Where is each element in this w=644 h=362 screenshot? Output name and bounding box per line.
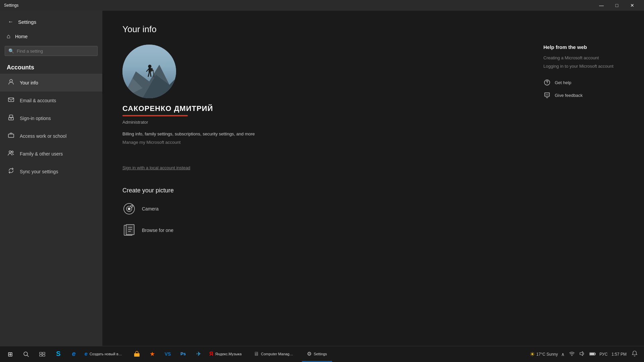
get-help-button[interactable]: Get help (543, 79, 571, 86)
svg-point-41 (572, 355, 572, 356)
svg-rect-39 (43, 355, 45, 356)
svg-point-13 (148, 65, 152, 68)
taskbar-search-button[interactable] (19, 347, 34, 362)
manage-account-link[interactable]: Manage my Microsoft account (122, 140, 180, 145)
browse-icon (122, 224, 136, 237)
sidebar-item-access-work[interactable]: Access work or school (0, 127, 102, 145)
time-display: 1:57 PM (611, 352, 627, 357)
sign-in-local-link[interactable]: Sign in with a local account instead (122, 165, 510, 170)
taskbar-app-yandex[interactable]: Я Яндекс.Музыка (207, 347, 250, 362)
svg-rect-38 (40, 355, 42, 356)
sidebar-section-title: Accounts (0, 59, 102, 74)
browse-label: Browse for one (142, 228, 173, 233)
settings-icon: ⚙ (307, 351, 312, 357)
taskbar-app-comp-mgmt[interactable]: 🖥 Computer Manageme... (251, 347, 301, 362)
sync-label: Sync your settings (20, 169, 58, 174)
sidebar-item-your-info[interactable]: Your info (0, 74, 102, 92)
user-role: Administrator (122, 120, 510, 125)
yandex-label: Яндекс.Музыка (215, 352, 242, 356)
taskbar-app-edge[interactable]: e (66, 347, 81, 362)
edge-icon-inline: e (85, 351, 88, 357)
svg-rect-45 (595, 353, 596, 355)
sidebar-header: ← Settings (0, 11, 102, 29)
sync-icon (8, 167, 14, 176)
profile-section: САКОРЕНКО ДМИТРИЙ Administrator Billing … (122, 45, 510, 245)
titlebar: Settings — □ ✕ (0, 0, 644, 11)
svg-point-30 (547, 84, 547, 84)
network-icon[interactable] (568, 350, 576, 358)
account-links: Billing info, family settings, subscript… (122, 131, 510, 145)
access-work-label: Access work or school (20, 133, 66, 139)
help-link-2[interactable]: Logging in to your Microsoft account (543, 64, 631, 69)
maximize-button[interactable]: □ (609, 0, 625, 11)
svg-point-23 (131, 205, 133, 207)
svg-rect-5 (8, 134, 14, 137)
taskbar-app-edge-wide[interactable]: e Создать новый вопр... (82, 347, 129, 362)
task-view-button[interactable] (35, 347, 50, 362)
avatar (122, 45, 176, 98)
chevron-up-icon[interactable]: ∧ (560, 350, 566, 358)
svg-rect-25 (126, 225, 134, 235)
give-feedback-button[interactable]: Give feedback (543, 92, 583, 99)
taskbar-app-store[interactable] (129, 347, 144, 362)
search-input[interactable] (17, 49, 94, 54)
back-button[interactable]: ← (7, 17, 15, 26)
start-button[interactable]: ⊞ (3, 347, 17, 362)
svg-marker-42 (580, 352, 583, 356)
get-help-label: Get help (555, 80, 571, 85)
taskbar-app-photoshop[interactable]: Ps (176, 347, 191, 362)
sidebar-item-sign-in[interactable]: Sign-in options (0, 109, 102, 127)
titlebar-title: Settings (4, 3, 594, 8)
svg-point-4 (11, 118, 12, 119)
sidebar-home-item[interactable]: ⌂ Home (0, 29, 102, 43)
volume-icon[interactable] (578, 350, 586, 358)
search-icon: 🔍 (8, 48, 14, 54)
yandex-icon: Я (209, 351, 213, 357)
sidebar: ← Settings ⌂ Home 🔍 Accounts Your info (0, 11, 102, 346)
sidebar-item-email-accounts[interactable]: Email & accounts (0, 92, 102, 109)
language-indicator[interactable]: РУС (599, 352, 607, 357)
comp-mgmt-label: Computer Manageme... (261, 352, 294, 356)
weather-widget[interactable]: ☀ 17°C Sunny (530, 351, 558, 358)
email-accounts-label: Email & accounts (20, 98, 56, 103)
minimize-button[interactable]: — (594, 0, 609, 11)
give-feedback-label: Give feedback (555, 93, 583, 98)
email-icon (8, 96, 14, 105)
close-button[interactable]: ✕ (625, 0, 640, 11)
sign-in-icon (8, 114, 14, 122)
svg-point-32 (547, 94, 547, 95)
taskbar-app-settings[interactable]: ⚙ Settings (302, 347, 332, 362)
create-picture-section: Create your picture Camera (122, 187, 510, 245)
sidebar-item-sync[interactable]: Sync your settings (0, 163, 102, 180)
svg-rect-40 (134, 353, 140, 357)
taskbar-app-telegram[interactable]: ✈ (191, 347, 206, 362)
battery-icon[interactable] (588, 350, 597, 358)
give-feedback-icon (543, 92, 551, 99)
user-name-container: САКОРЕНКО ДМИТРИЙ (122, 104, 510, 115)
user-display-name: САКОРЕНКО ДМИТРИЙ (122, 104, 213, 113)
create-picture-title: Create your picture (122, 187, 510, 194)
taskbar-app-vscode[interactable]: VS (160, 347, 175, 362)
browse-option[interactable]: Browse for one (122, 224, 510, 237)
sidebar-app-title: Settings (18, 19, 36, 25)
your-info-label: Your info (20, 80, 38, 85)
clock[interactable]: 1:57 PM (609, 352, 629, 357)
page-title: Your info (122, 24, 510, 35)
search-box[interactable]: 🔍 (5, 46, 98, 56)
weather-icon: ☀ (530, 351, 535, 358)
comp-mgmt-icon: 🖥 (254, 351, 259, 357)
svg-point-33 (548, 94, 548, 95)
family-label: Family & other users (20, 151, 63, 157)
taskbar-app-5[interactable]: ★ (145, 347, 160, 362)
help-link-1[interactable]: Creating a Microsoft account (543, 55, 631, 60)
your-info-icon (8, 78, 14, 87)
sidebar-item-family[interactable]: Family & other users (0, 145, 102, 163)
notifications-button[interactable] (631, 349, 639, 359)
home-icon: ⌂ (7, 33, 10, 40)
camera-option[interactable]: Camera (122, 202, 510, 216)
home-label: Home (15, 34, 28, 39)
svg-point-22 (128, 207, 130, 210)
svg-rect-36 (40, 352, 42, 354)
help-actions: Get help Give feedback (543, 79, 631, 99)
taskbar-app-skype[interactable]: S (51, 347, 66, 362)
